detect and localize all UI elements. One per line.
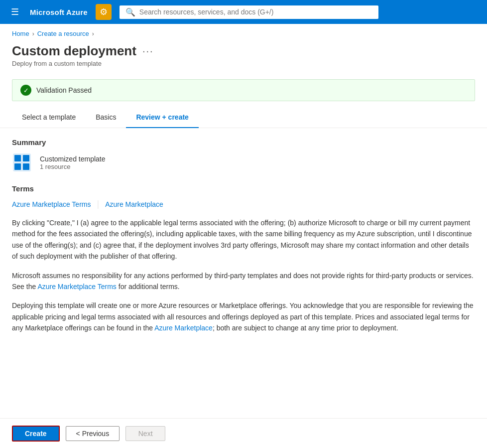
terms-section: Terms Azure Marketplace Terms | Azure Ma… [12,184,475,334]
terms-p2-link[interactable]: Azure Marketplace Terms [37,283,116,291]
page-subtitle: Deploy from a custom template [12,60,475,67]
tabs-container: Select a template Basics Review + create [0,107,487,128]
terms-p3-link[interactable]: Azure Marketplace [154,324,213,332]
page-title: Custom deployment [12,43,136,59]
validation-banner: ✓ Validation Passed [12,79,475,101]
breadcrumb-create-resource[interactable]: Create a resource [37,30,89,37]
gear-icon: ⚙ [100,6,108,17]
terms-p3-end: ; both are subject to change at any time… [213,324,398,332]
svg-rect-2 [23,155,29,161]
terms-paragraph-2: Microsoft assumes no responsibility for … [12,270,475,293]
breadcrumb-sep-2: › [92,30,94,37]
summary-card: Customized template 1 resource [12,152,475,172]
azure-marketplace-terms-link[interactable]: Azure Marketplace Terms [12,200,91,208]
template-name: Customized template [40,155,106,163]
terms-p2-end: for additional terms. [117,283,180,291]
search-input[interactable] [139,8,372,16]
svg-rect-3 [14,163,21,170]
tab-basics[interactable]: Basics [86,107,126,128]
summary-title: Summary [12,138,475,147]
terms-paragraph-1: By clicking "Create," I (a) agree to the… [12,217,475,262]
breadcrumb: Home › Create a resource › [0,24,487,39]
svg-rect-1 [14,155,21,161]
page-header: Custom deployment ··· Deploy from a cust… [0,39,487,73]
terms-title: Terms [12,184,475,193]
terms-divider: | [97,199,99,209]
validation-message: Validation Passed [36,86,92,94]
summary-section: Summary Customized template 1 resource [12,138,475,172]
content-area: Summary Customized template 1 resource T… [0,128,487,352]
azure-marketplace-link[interactable]: Azure Marketplace [105,200,163,208]
tab-select-template[interactable]: Select a template [12,107,86,128]
validation-check-icon: ✓ [20,85,31,96]
breadcrumb-sep-1: › [32,30,34,37]
page-menu-dots[interactable]: ··· [142,45,154,57]
tab-review-create[interactable]: Review + create [126,107,198,128]
breadcrumb-home[interactable]: Home [12,30,29,37]
svg-rect-4 [23,163,29,170]
terms-links: Azure Marketplace Terms | Azure Marketpl… [12,199,475,209]
search-bar[interactable]: 🔍 [120,5,378,19]
app-title: Microsoft Azure [30,8,88,16]
template-icon [12,152,32,172]
summary-text: Customized template 1 resource [40,155,106,170]
main-scroll-area: Home › Create a resource › Custom deploy… [0,24,487,418]
terms-paragraph-3: Deploying this template will create one … [12,300,475,333]
top-navigation: ☰ Microsoft Azure ⚙ 🔍 [0,0,487,24]
settings-badge-icon[interactable]: ⚙ [96,4,112,20]
search-icon: 🔍 [125,7,135,17]
hamburger-menu-icon[interactable]: ☰ [8,6,22,17]
resource-count: 1 resource [40,163,106,170]
